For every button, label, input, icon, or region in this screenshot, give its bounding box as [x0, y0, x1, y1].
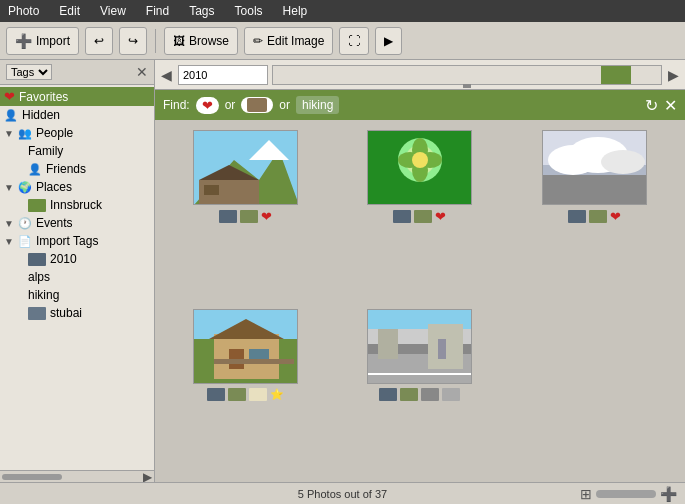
- photo-favorite-icon[interactable]: ❤: [610, 209, 621, 224]
- menu-find[interactable]: Find: [142, 2, 173, 20]
- photo-thumbnail[interactable]: [193, 309, 298, 384]
- timeline-year-input[interactable]: [178, 65, 268, 85]
- photo-controls: [379, 388, 460, 401]
- hidden-icon: 👤: [4, 109, 18, 122]
- undo-button[interactable]: ↩: [85, 27, 113, 55]
- photo-item[interactable]: [340, 309, 501, 472]
- browse-icon: 🖼: [173, 34, 185, 48]
- cloud-image: [543, 130, 646, 205]
- sidebar-item-label: People: [36, 126, 73, 140]
- photo-thumbnail-icon: [247, 98, 267, 112]
- statusbar-controls: ⊞ ➕: [580, 486, 677, 502]
- photo-flag-icon[interactable]: ⭐: [270, 388, 284, 401]
- sidebar-item-friends[interactable]: 👤 Friends: [0, 160, 154, 178]
- edit-image-button[interactable]: ✏ Edit Image: [244, 27, 333, 55]
- fullscreen-button[interactable]: ⛶: [339, 27, 369, 55]
- photo-favorite-icon[interactable]: ❤: [261, 209, 272, 224]
- import-button[interactable]: ➕ Import: [6, 27, 79, 55]
- sidebar-item-places[interactable]: ▼ 🌍 Places: [0, 178, 154, 196]
- photo-item[interactable]: ❤: [165, 130, 326, 295]
- find-tag-photo[interactable]: [241, 97, 273, 113]
- timeline-thumb: [601, 66, 631, 84]
- sidebar-item-events[interactable]: ▼ 🕐 Events: [0, 214, 154, 232]
- sidebar-item-label: Family: [28, 144, 63, 158]
- chalet-image: [194, 309, 297, 384]
- sidebar-item-2010[interactable]: 2010: [0, 250, 154, 268]
- photo-thumbnail[interactable]: [542, 130, 647, 205]
- photo-mini-thumb-1: [393, 210, 411, 223]
- photo-item[interactable]: ❤: [340, 130, 501, 295]
- find-bar: Find: ❤ or or hiking ↻ ✕: [155, 90, 685, 120]
- timeline-bar: ◀ ▶: [155, 60, 685, 90]
- zoom-slider[interactable]: [596, 490, 656, 498]
- sidebar-scrollbar[interactable]: ▶: [0, 470, 154, 482]
- scrollbar-thumb[interactable]: [2, 474, 62, 480]
- menu-edit[interactable]: Edit: [55, 2, 84, 20]
- timeline-left-button[interactable]: ◀: [159, 65, 174, 85]
- edit-image-icon: ✏: [253, 34, 263, 48]
- zoom-out-icon[interactable]: ➕: [660, 486, 677, 502]
- photo-mini-thumb-1: [207, 388, 225, 401]
- content-area: ◀ ▶ Find: ❤ or or hiking ↻ ✕: [155, 60, 685, 482]
- menu-tools[interactable]: Tools: [231, 2, 267, 20]
- menu-view[interactable]: View: [96, 2, 130, 20]
- favorites-icon: ❤: [4, 89, 15, 104]
- sidebar-item-hiking[interactable]: hiking: [0, 286, 154, 304]
- find-label: Find:: [163, 98, 190, 112]
- sidebar-item-label: Import Tags: [36, 234, 98, 248]
- sidebar-item-people[interactable]: ▼ 👥 People: [0, 124, 154, 142]
- undo-icon: ↩: [94, 34, 104, 48]
- sidebar-item-alps[interactable]: alps: [0, 268, 154, 286]
- timeline-right-button[interactable]: ▶: [666, 65, 681, 85]
- menu-photo[interactable]: Photo: [4, 2, 43, 20]
- heart-icon: ❤: [202, 98, 213, 113]
- browse-button[interactable]: 🖼 Browse: [164, 27, 238, 55]
- tags-dropdown[interactable]: Tags: [6, 64, 52, 80]
- svg-rect-26: [214, 359, 294, 364]
- expand-icon: ▼: [4, 236, 14, 247]
- menu-help[interactable]: Help: [279, 2, 312, 20]
- sidebar-item-label: hiking: [28, 288, 59, 302]
- street-image: [368, 309, 471, 384]
- photo-mini-thumb-3: [421, 388, 439, 401]
- fullscreen-icon: ⛶: [348, 34, 360, 48]
- sidebar-expand-button[interactable]: ▶: [143, 470, 152, 483]
- sidebar-item-label: stubai: [50, 306, 82, 320]
- sidebar-item-favorites[interactable]: ❤ Favorites: [0, 87, 154, 106]
- import-tags-icon: 📄: [18, 235, 32, 248]
- menubar: Photo Edit View Find Tags Tools Help: [0, 0, 685, 22]
- sidebar-item-family[interactable]: Family: [0, 142, 154, 160]
- photo-item[interactable]: ⭐: [165, 309, 326, 472]
- statusbar: 5 Photos out of 37 ⊞ ➕: [0, 482, 685, 504]
- svg-rect-19: [543, 175, 646, 205]
- svg-point-18: [601, 150, 645, 174]
- find-tag-text[interactable]: hiking: [296, 96, 339, 114]
- grid-view-icon[interactable]: ⊞: [580, 486, 592, 502]
- menu-tags[interactable]: Tags: [185, 2, 218, 20]
- photo-favorite-icon[interactable]: ❤: [435, 209, 446, 224]
- photo-thumbnail[interactable]: [367, 309, 472, 384]
- play-icon: ▶: [384, 34, 393, 48]
- find-tag-heart[interactable]: ❤: [196, 97, 219, 114]
- redo-button[interactable]: ↪: [119, 27, 147, 55]
- innsbruck-icon: [28, 199, 46, 212]
- photo-thumbnail[interactable]: [367, 130, 472, 205]
- sidebar-item-stubai[interactable]: stubai: [0, 304, 154, 322]
- sidebar-item-hidden[interactable]: 👤 Hidden: [0, 106, 154, 124]
- photo-thumbnail[interactable]: [193, 130, 298, 205]
- photo-item[interactable]: ❤: [514, 130, 675, 295]
- svg-rect-32: [378, 329, 398, 359]
- timeline-slider[interactable]: [272, 65, 662, 85]
- findbar-close-button[interactable]: ✕: [664, 96, 677, 115]
- find-or-2: or: [279, 98, 290, 112]
- sidebar-item-innsbruck[interactable]: Innsbruck: [0, 196, 154, 214]
- photo-mini-thumb-2: [400, 388, 418, 401]
- status-text: 5 Photos out of 37: [298, 488, 387, 500]
- sidebar-item-import-tags[interactable]: ▼ 📄 Import Tags: [0, 232, 154, 250]
- play-button[interactable]: ▶: [375, 27, 402, 55]
- sidebar-item-label: Favorites: [19, 90, 68, 104]
- refresh-button[interactable]: ↻: [645, 96, 658, 115]
- svg-rect-22: [214, 334, 279, 379]
- sidebar-close-button[interactable]: ✕: [136, 64, 148, 80]
- find-or-1: or: [225, 98, 236, 112]
